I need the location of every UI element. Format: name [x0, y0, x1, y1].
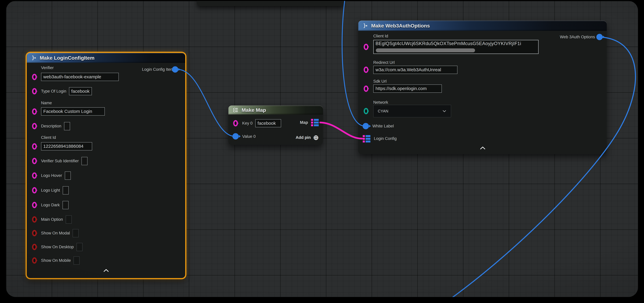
redirect-url-label: Redirect Url	[373, 60, 395, 65]
network-label: Network	[373, 100, 388, 105]
node-header-make-loginconfigitem[interactable]: Make LoginConfigItem	[27, 53, 185, 63]
pin-logo-light[interactable]	[32, 187, 37, 194]
logo-dark-field[interactable]	[62, 201, 68, 209]
make-struct-icon	[362, 23, 368, 29]
show-on-mobile-label: Show On Mobile	[41, 258, 71, 263]
make-struct-icon	[31, 55, 37, 61]
show-on-modal-checkbox[interactable]	[72, 229, 78, 237]
key0-label: Key 0	[242, 121, 252, 126]
output-pin-label: Web 3Auth Options	[560, 35, 595, 40]
node-header-make-map[interactable]: Make Map	[228, 106, 323, 114]
network-dropdown-value: CYAN	[378, 109, 388, 114]
show-on-mobile-checkbox[interactable]	[74, 256, 80, 265]
collapse-node-chevron-icon[interactable]	[480, 146, 486, 150]
wire-map-to-loginconfig[interactable]	[320, 122, 362, 138]
client-id-label: Client Id	[373, 34, 388, 38]
show-on-desktop-checkbox[interactable]	[76, 243, 82, 251]
pin-description[interactable]	[32, 123, 37, 129]
client-id-label: Client Id	[41, 135, 56, 140]
show-on-modal-label: Show On Modal	[41, 231, 70, 236]
chevron-down-icon	[442, 110, 446, 112]
node-title: Make Map	[242, 107, 266, 113]
pin-verifier-sub-identifier[interactable]	[32, 158, 37, 164]
collapse-node-chevron-icon[interactable]	[103, 268, 110, 272]
name-label: Name	[41, 101, 52, 105]
main-option-label: Main Option	[41, 217, 63, 222]
node-make-map[interactable]: Make Map Key 0 facebook Map Value 0 Add …	[228, 106, 323, 145]
pin-show-on-desktop[interactable]	[32, 244, 37, 250]
verifier-sub-identifier-field[interactable]	[82, 157, 88, 165]
client-id-field[interactable]: BEglQSgt4cUWcj6SKRdu5QkOXTsePmMcusG5EAoy…	[373, 40, 538, 54]
white-label-label: White Label	[372, 124, 394, 128]
pin-login-config[interactable]	[363, 135, 370, 142]
verifier-label: Verifier	[41, 66, 54, 70]
map-output-label: Map	[300, 120, 308, 125]
verifier-field[interactable]: web3auth-facebook-example	[41, 73, 119, 81]
node-title: Make Web3AuthOptions	[371, 23, 430, 29]
value0-label: Value 0	[242, 134, 256, 139]
pin-main-option[interactable]	[32, 216, 37, 222]
add-pin-button[interactable]: Add pin ⊕	[296, 134, 319, 141]
add-pin-label: Add pin	[296, 135, 311, 140]
pin-redirect-url[interactable]	[364, 66, 368, 73]
pin-login-config-item-output[interactable]	[172, 66, 178, 72]
pin-client-id[interactable]	[364, 44, 368, 50]
main-option-checkbox[interactable]	[66, 216, 72, 224]
add-pin-plus-icon: ⊕	[313, 134, 319, 141]
show-on-desktop-label: Show On Desktop	[41, 245, 74, 249]
logo-light-field[interactable]	[63, 186, 69, 194]
logo-hover-label: Logo Hover	[41, 173, 62, 178]
node-header-make-web3authoptions[interactable]: Make Web3AuthOptions	[358, 20, 607, 31]
wire-loginconfigitem-to-value0[interactable]	[178, 70, 234, 136]
logo-hover-field[interactable]	[65, 172, 71, 180]
sdk-url-field[interactable]: https://sdk.openlogin.com	[373, 84, 442, 93]
pin-type-of-login[interactable]	[32, 88, 37, 94]
pin-sdk-url[interactable]	[364, 86, 368, 92]
node-make-web3authoptions[interactable]: Make Web3AuthOptions Web 3Auth Options C…	[358, 20, 607, 154]
output-pin-label: Login Config Item	[142, 67, 174, 72]
blueprint-graph-canvas[interactable]: Make LoginConfigItem Login Config Item V…	[6, 1, 638, 297]
network-dropdown[interactable]: CYAN	[373, 105, 451, 118]
login-config-label: Login Config	[374, 136, 397, 141]
pin-verifier[interactable]	[32, 74, 37, 80]
logo-light-label: Logo Light	[41, 188, 60, 193]
pin-logo-hover[interactable]	[32, 172, 37, 179]
node-title: Make LoginConfigItem	[40, 55, 94, 61]
verifier-sub-identifier-label: Verifier Sub Identifier	[41, 159, 79, 163]
client-id-scrollbar[interactable]	[376, 48, 475, 52]
logo-dark-label: Logo Dark	[41, 203, 60, 208]
make-map-icon	[232, 107, 238, 113]
node-make-loginconfigitem[interactable]: Make LoginConfigItem Login Config Item V…	[27, 53, 185, 278]
redirect-url-field[interactable]: w3a://com.w3a.Web3AuthUnreal	[373, 66, 458, 74]
client-id-text: BEglQSgt4cUWcj6SKRdu5QkOXTsePmMcusG5EAoy…	[374, 40, 538, 47]
pin-key0[interactable]	[233, 120, 238, 126]
client-id-field[interactable]: 1222658941886084	[41, 142, 92, 150]
pin-network[interactable]	[364, 108, 368, 114]
key0-field[interactable]: facebook	[255, 119, 281, 128]
pin-map-output[interactable]	[311, 119, 319, 126]
name-field[interactable]: Facebook Custom Login	[41, 107, 105, 116]
description-label: Description	[41, 124, 61, 128]
description-field[interactable]	[64, 122, 70, 130]
pin-show-on-mobile[interactable]	[32, 257, 37, 264]
pin-name[interactable]	[32, 108, 37, 115]
pin-logo-dark[interactable]	[32, 202, 37, 208]
clipped-node-top[interactable]	[197, 1, 344, 6]
type-of-login-label: Type Of Login	[41, 89, 66, 94]
pin-show-on-modal[interactable]	[32, 230, 37, 236]
type-of-login-field[interactable]: facebook	[69, 87, 92, 96]
sdk-url-label: Sdk Url	[373, 79, 387, 84]
pin-client-id[interactable]	[32, 143, 37, 150]
